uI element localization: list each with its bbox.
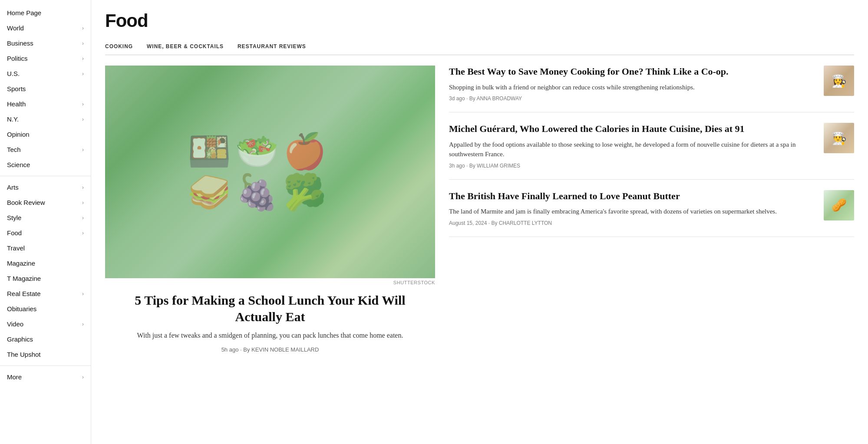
sidebar-item-more[interactable]: More› xyxy=(0,369,91,385)
side-article-dot-2: · xyxy=(466,163,469,169)
sidebar-item-label: Home Page xyxy=(7,9,41,16)
sidebar-item-ny[interactable]: N.Y.› xyxy=(0,112,91,127)
sidebar-item-us[interactable]: U.S.› xyxy=(0,66,91,81)
side-article-text-1: The Best Way to Save Money Cooking for O… xyxy=(449,66,817,102)
sidebar-item-real-estate[interactable]: Real Estate› xyxy=(0,286,91,301)
sub-nav: CookingWine, Beer & CocktailsRestaurant … xyxy=(105,39,854,55)
main-article-meta: 5h ago · By KEVIN NOBLE MAILLARD xyxy=(105,346,435,353)
sidebar-item-science[interactable]: Science xyxy=(0,157,91,172)
sidebar-item-label: Book Review xyxy=(7,199,45,206)
sub-nav-wine-beer-cocktails[interactable]: Wine, Beer & Cocktails xyxy=(147,39,231,55)
main-article-headline[interactable]: 5 Tips for Making a School Lunch Your Ki… xyxy=(105,292,435,325)
sidebar-item-business[interactable]: Business› xyxy=(0,36,91,51)
sidebar-item-home-page[interactable]: Home Page xyxy=(0,5,91,20)
side-article-dot-1: · xyxy=(466,95,469,102)
side-article-headline-1[interactable]: The Best Way to Save Money Cooking for O… xyxy=(449,66,817,78)
sidebar-item-obituaries[interactable]: Obituaries xyxy=(0,301,91,316)
sidebar-item-graphics[interactable]: Graphics xyxy=(0,332,91,347)
main-article-byline: By KEVIN NOBLE MAILLARD xyxy=(243,346,319,353)
sidebar-item-label: Style xyxy=(7,214,21,221)
chevron-right-icon: › xyxy=(82,200,84,206)
sidebar-item-arts[interactable]: Arts› xyxy=(0,180,91,195)
sidebar-item-label: Arts xyxy=(7,184,19,191)
side-article-thumb-3: 🥜 xyxy=(824,190,854,220)
chevron-right-icon: › xyxy=(82,215,84,221)
side-article-meta-2: 3h ago · By WILLIAM GRIMES xyxy=(449,163,817,169)
sidebar-item-label: N.Y. xyxy=(7,115,19,123)
chevron-right-icon: › xyxy=(82,71,84,77)
chevron-right-icon: › xyxy=(82,321,84,327)
sidebar-item-label: Travel xyxy=(7,244,25,252)
side-article-byline-3: By CHARLOTTE LYTTON xyxy=(491,220,552,226)
sub-nav-cooking[interactable]: Cooking xyxy=(105,39,140,55)
side-article-2: Michel Guérard, Who Lowered the Calories… xyxy=(449,112,854,180)
chevron-right-icon: › xyxy=(82,56,84,62)
sidebar-item-label: Business xyxy=(7,39,33,47)
side-article-3: The British Have Finally Learned to Love… xyxy=(449,180,854,237)
side-article-time-3: August 15, 2024 xyxy=(449,220,487,226)
side-article-thumb-2: 👨‍🍳 xyxy=(824,123,854,153)
sidebar-item-label: U.S. xyxy=(7,70,20,77)
sidebar-item-t-magazine[interactable]: T Magazine xyxy=(0,271,91,286)
chevron-right-icon: › xyxy=(82,116,84,122)
side-article-summary-3: The land of Marmite and jam is finally e… xyxy=(449,207,817,217)
chevron-right-icon: › xyxy=(82,230,84,236)
sidebar-item-label: Food xyxy=(7,229,22,237)
side-article-byline-1: By ANNA BROADWAY xyxy=(469,95,522,102)
side-article-summary-2: Appalled by the food options available t… xyxy=(449,140,817,159)
side-article-time-1: 3d ago xyxy=(449,95,465,102)
side-article-headline-2[interactable]: Michel Guérard, Who Lowered the Calories… xyxy=(449,123,817,135)
sidebar-item-book-review[interactable]: Book Review› xyxy=(0,195,91,210)
side-article-thumb-1: 👩‍🍳 xyxy=(824,66,854,96)
sidebar-item-label: Health xyxy=(7,100,26,108)
side-article-text-3: The British Have Finally Learned to Love… xyxy=(449,190,817,226)
chevron-right-icon: › xyxy=(82,184,84,191)
sidebar-item-label: Video xyxy=(7,320,23,328)
sidebar-item-food[interactable]: Food› xyxy=(0,225,91,240)
side-article-meta-3: August 15, 2024 · By CHARLOTTE LYTTON xyxy=(449,220,817,226)
sidebar-item-politics[interactable]: Politics› xyxy=(0,51,91,66)
sidebar-item-label: Magazine xyxy=(7,260,35,267)
chevron-right-icon: › xyxy=(82,101,84,107)
side-article-byline-2: By WILLIAM GRIMES xyxy=(469,163,520,169)
chevron-right-icon: › xyxy=(82,25,84,31)
side-article-summary-1: Shopping in bulk with a friend or neighb… xyxy=(449,82,817,92)
chevron-right-icon: › xyxy=(82,291,84,297)
sidebar-divider xyxy=(0,176,91,176)
side-article-headline-3[interactable]: The British Have Finally Learned to Love… xyxy=(449,190,817,203)
sidebar-item-label: Sports xyxy=(7,85,26,92)
side-article-time-2: 3h ago xyxy=(449,163,465,169)
sidebar-item-the-upshot[interactable]: The Upshot xyxy=(0,347,91,362)
sidebar-item-label: The Upshot xyxy=(7,351,41,358)
sidebar-item-tech[interactable]: Tech› xyxy=(0,142,91,157)
main-article-time: 5h ago xyxy=(221,346,239,353)
sidebar-divider xyxy=(0,365,91,366)
sidebar-item-label: T Magazine xyxy=(7,275,41,282)
sidebar-item-style[interactable]: Style› xyxy=(0,210,91,225)
side-article-text-2: Michel Guérard, Who Lowered the Calories… xyxy=(449,123,817,169)
side-articles: The Best Way to Save Money Cooking for O… xyxy=(449,66,854,353)
chevron-right-icon: › xyxy=(82,40,84,46)
chevron-right-icon: › xyxy=(82,374,84,380)
sub-nav-restaurant-reviews[interactable]: Restaurant Reviews xyxy=(238,39,313,55)
sidebar-item-label: Graphics xyxy=(7,335,33,343)
sidebar-item-video[interactable]: Video› xyxy=(0,316,91,332)
sidebar-item-label: Real Estate xyxy=(7,290,41,297)
sidebar-item-label: World xyxy=(7,24,24,32)
photo-credit: SHUTTERSTOCK xyxy=(105,278,435,292)
sidebar-item-sports[interactable]: Sports xyxy=(0,81,91,96)
sidebar-item-world[interactable]: World› xyxy=(0,20,91,36)
side-article-meta-1: 3d ago · By ANNA BROADWAY xyxy=(449,95,817,102)
sidebar-item-magazine[interactable]: Magazine xyxy=(0,256,91,271)
sidebar-item-label: Opinion xyxy=(7,131,30,138)
main-article: SHUTTERSTOCK 5 Tips for Making a School … xyxy=(105,66,435,353)
content-area: SHUTTERSTOCK 5 Tips for Making a School … xyxy=(105,66,854,353)
sidebar-item-opinion[interactable]: Opinion xyxy=(0,127,91,142)
sidebar-item-label: Science xyxy=(7,161,30,168)
sidebar-item-label: More xyxy=(7,373,22,381)
sidebar-item-health[interactable]: Health› xyxy=(0,96,91,112)
sidebar-item-label: Politics xyxy=(7,55,28,62)
sidebar-item-travel[interactable]: Travel xyxy=(0,240,91,256)
side-article-1: The Best Way to Save Money Cooking for O… xyxy=(449,66,854,112)
main-content: Food CookingWine, Beer & CocktailsRestau… xyxy=(91,0,868,444)
